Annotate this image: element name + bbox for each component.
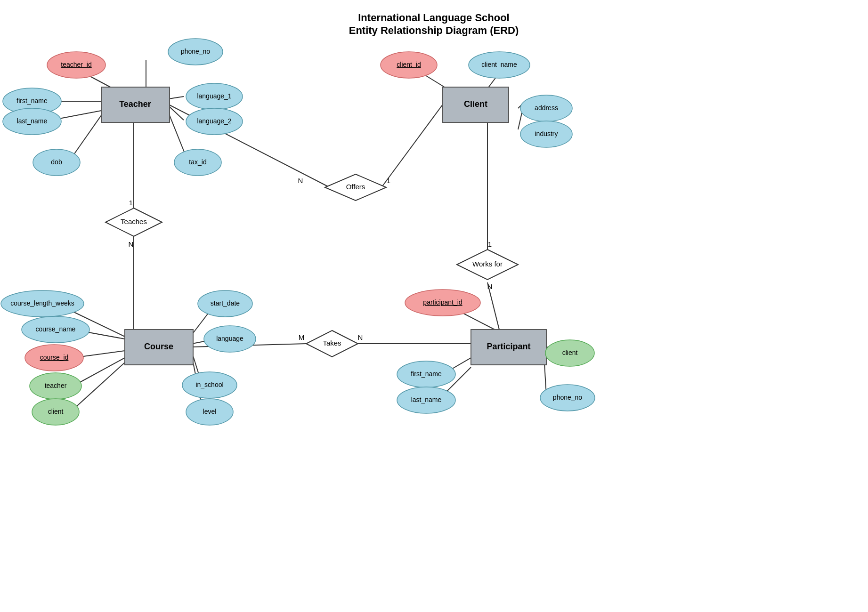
- svg-line-5: [169, 97, 184, 99]
- card-takes-m: M: [299, 333, 305, 341]
- entity-teacher-label: Teacher: [119, 99, 151, 109]
- card-worksfor-1: 1: [488, 240, 492, 248]
- diamond-works-for-label: Works for: [472, 260, 503, 268]
- attr-client-id-label: client_id: [397, 61, 421, 68]
- card-offers-n: N: [298, 177, 303, 185]
- attr-language1-label: language_1: [197, 92, 231, 100]
- card-offers-1: 1: [387, 177, 390, 185]
- attr-participant-lastname-label: last_name: [411, 396, 442, 403]
- card-worksfor-n: N: [487, 282, 493, 290]
- attr-dob-label: dob: [51, 158, 62, 166]
- attr-teacher-firstname-label: first_name: [16, 97, 48, 105]
- attr-taxid-label: tax_id: [189, 158, 206, 166]
- diamond-teaches-label: Teaches: [121, 217, 147, 225]
- attr-language2-label: language_2: [197, 117, 231, 125]
- erd-diagram: International Language School Entity Rel…: [0, 0, 868, 612]
- svg-line-15: [518, 113, 522, 129]
- attr-course-name-label: course_name: [36, 325, 76, 333]
- attr-participant-client-label: client: [562, 349, 578, 356]
- entity-course-label: Course: [144, 342, 173, 351]
- entity-client-label: Client: [464, 99, 487, 109]
- title-line2: Entity Relationship Diagram (ERD): [349, 24, 519, 36]
- attr-participant-phone-label: phone_no: [553, 394, 583, 401]
- card-teaches-n: N: [129, 240, 134, 248]
- diamond-takes-label: Takes: [323, 339, 341, 347]
- attr-course-client-label: client: [48, 408, 64, 415]
- attr-level-label: level: [203, 408, 217, 415]
- attr-in-school-label: in_school: [195, 381, 223, 388]
- diamond-offers-label: Offers: [346, 183, 365, 191]
- attr-phone-no-label: phone_no: [181, 48, 211, 55]
- attr-start-date-label: start_date: [211, 299, 240, 307]
- card-takes-n: N: [358, 333, 363, 341]
- title-line1: International Language School: [358, 12, 509, 24]
- attr-participant-firstname-label: first_name: [411, 370, 442, 378]
- attr-course-teacher-label: teacher: [45, 382, 67, 389]
- svg-line-11: [381, 105, 443, 187]
- attr-teacher-id-label: teacher_id: [61, 61, 91, 68]
- attr-participant-id-label: participant_id: [423, 298, 462, 306]
- entity-participant-label: Participant: [487, 342, 530, 351]
- attr-course-length-label: course_length_weeks: [10, 299, 74, 307]
- attr-address-label: address: [535, 104, 558, 112]
- attr-industry-label: industry: [535, 130, 558, 137]
- attr-teacher-lastname-label: last_name: [17, 117, 48, 125]
- card-teaches-1: 1: [129, 199, 133, 207]
- attr-course-id-label: course_id: [40, 354, 69, 361]
- attr-language-label: language: [216, 335, 243, 342]
- attr-client-name-label: client_name: [481, 61, 517, 68]
